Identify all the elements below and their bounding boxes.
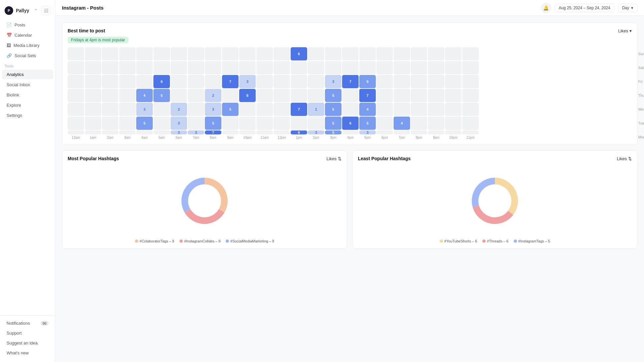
heatmap-cell: [274, 89, 290, 102]
heatmap-cell: 3: [171, 117, 187, 130]
heatmap-cell: [239, 130, 256, 134]
heatmap-cell: [445, 47, 462, 60]
heatmap-cell: [188, 89, 204, 102]
legend-item: #YouTubeShorts – 6: [440, 239, 477, 243]
most-popular-likes-button[interactable]: Likes ⇅: [327, 156, 341, 161]
least-popular-donut-area: [358, 164, 632, 239]
heatmap-cell: [188, 61, 204, 74]
sidebar-nav-explore[interactable]: Explore: [2, 100, 53, 110]
sidebar: P Pallyy ⌃ ⬜ 📄 Posts 📅 Calendar 🖼 Media …: [0, 0, 55, 362]
legend-dot: [514, 239, 517, 243]
heatmap-cell: [68, 89, 84, 102]
heatmap-cell: 2: [205, 89, 221, 102]
heatmap-cell: [222, 89, 239, 102]
heatmap-cell: [342, 61, 359, 74]
notification-icon-button[interactable]: 🔔: [541, 3, 551, 13]
legend-item: #InstagramCollabs – 9: [179, 239, 220, 243]
heatmap-cell: [411, 75, 427, 88]
best-time-likes-label: Likes: [618, 28, 628, 33]
legend-item: #SocialMediaMarketing – 9: [226, 239, 274, 243]
brand-chevron-icon[interactable]: ⌃: [34, 9, 37, 13]
sidebar-label-posts: Posts: [15, 22, 25, 27]
posts-icon: 📄: [7, 22, 12, 27]
heatmap-x-label: 12am: [68, 136, 84, 139]
heatmap-cell: [119, 61, 136, 74]
heatmap-cell: [274, 130, 290, 134]
sidebar-nav-social-sets[interactable]: 🔗 Social Sets: [2, 51, 53, 60]
heatmap-cell: 5: [359, 75, 376, 88]
heatmap-cell: [239, 61, 256, 74]
legend-dot: [226, 239, 229, 243]
heatmap-cell: 3: [171, 130, 187, 134]
heatmap-cell: [411, 89, 427, 102]
heatmap-cell: [85, 117, 101, 130]
heatmap-y-label: Thu: [636, 89, 644, 102]
heatmap-cell: [222, 130, 239, 134]
least-popular-likes-button[interactable]: Likes ⇅: [617, 156, 632, 161]
best-time-likes-button[interactable]: Likes ▾: [618, 28, 632, 33]
heatmap-x-label: 2pm: [308, 136, 324, 139]
legend-item: #ColaboratorTags – 9: [135, 239, 174, 243]
heatmap-cell: [222, 117, 239, 130]
heatmap-cell: [205, 61, 221, 74]
heatmap-cell: [85, 103, 101, 116]
sidebar-nav-analytics[interactable]: Analytics: [2, 70, 53, 79]
heatmap-cell: [462, 89, 479, 102]
sidebar-label-settings: Settings: [7, 113, 22, 118]
main: Instagram - Posts 🔔 Aug 25, 2024 – Sep 2…: [55, 0, 644, 362]
brand-icon: P: [5, 6, 13, 15]
sidebar-nav-whats-new[interactable]: What's new: [2, 348, 53, 358]
heatmap-cell: [256, 89, 273, 102]
heatmap-cell: [376, 47, 393, 60]
most-popular-donut-area: [68, 164, 341, 239]
heatmap-x-label: 4am: [136, 136, 153, 139]
heatmap-cell: 3: [325, 75, 341, 88]
calendar-icon: 📅: [7, 33, 12, 38]
sidebar-nav-suggest[interactable]: Suggest an idea: [2, 338, 53, 348]
heatmap-cell: [256, 130, 273, 134]
heatmap-cell: [342, 103, 359, 116]
heatmap-x-label: 3am: [119, 136, 136, 139]
legend-dot: [135, 239, 138, 243]
heatmap-cell: [274, 47, 290, 60]
heatmap-cell: [428, 89, 444, 102]
sidebar-nav-notifications[interactable]: Notifications 96: [2, 318, 53, 328]
sidebar-nav-posts[interactable]: 📄 Posts: [2, 20, 53, 30]
sidebar-collapse-button[interactable]: ⬜: [41, 6, 50, 15]
sidebar-nav-calendar[interactable]: 📅 Calendar: [2, 30, 53, 40]
sidebar-nav-settings[interactable]: Settings: [2, 111, 53, 120]
donut-segment: [181, 178, 205, 212]
heatmap-cell: [119, 117, 136, 130]
heatmap-cell: [153, 47, 170, 60]
heatmap-cell: 3: [239, 75, 256, 88]
least-popular-header: Least Popular Hashtags Likes ⇅: [358, 156, 632, 161]
heatmap-cell: 5: [325, 89, 341, 102]
sidebar-nav-media-library[interactable]: 🖼 Media Library: [2, 41, 53, 50]
page-content: Best time to post Likes ▾ Fridays at 4pm…: [55, 16, 644, 362]
heatmap-cell: 5: [325, 103, 341, 116]
sidebar-nav-social-inbox[interactable]: Social Inbox: [2, 80, 53, 90]
sidebar-nav-biolink[interactable]: Biolink: [2, 90, 53, 100]
heatmap-cell: [462, 130, 479, 134]
heatmap-wrapper: 66733754526573235715453556543376353 12am…: [68, 47, 616, 139]
heatmap-y-label: Tue: [636, 117, 644, 130]
heatmap-cell: 3: [205, 103, 221, 116]
heatmap-cell: 5: [325, 117, 341, 130]
date-range-button[interactable]: Aug 25, 2024 – Sep 24, 2024: [555, 4, 615, 12]
heatmap-cell: 2: [171, 103, 187, 116]
sidebar-label-notifications: Notifications: [7, 321, 30, 326]
sidebar-nav-support[interactable]: Support: [2, 328, 53, 338]
heatmap-x-label: 4pm: [342, 136, 359, 139]
heatmap-cell: [205, 75, 221, 88]
heatmap-cell: [136, 130, 153, 134]
heatmap-cell: [291, 61, 307, 74]
granularity-button[interactable]: Day ▾: [618, 4, 637, 12]
heatmap-cell: [376, 61, 393, 74]
heatmap-cell: [445, 117, 462, 130]
heatmap-cell: [119, 89, 136, 102]
heatmap-cell: [411, 61, 427, 74]
heatmap-cell: [188, 103, 204, 116]
heatmap-cell: [376, 89, 393, 102]
sidebar-label-social-sets: Social Sets: [15, 53, 36, 58]
legend-label: #InstagramCollabs – 9: [184, 239, 220, 243]
